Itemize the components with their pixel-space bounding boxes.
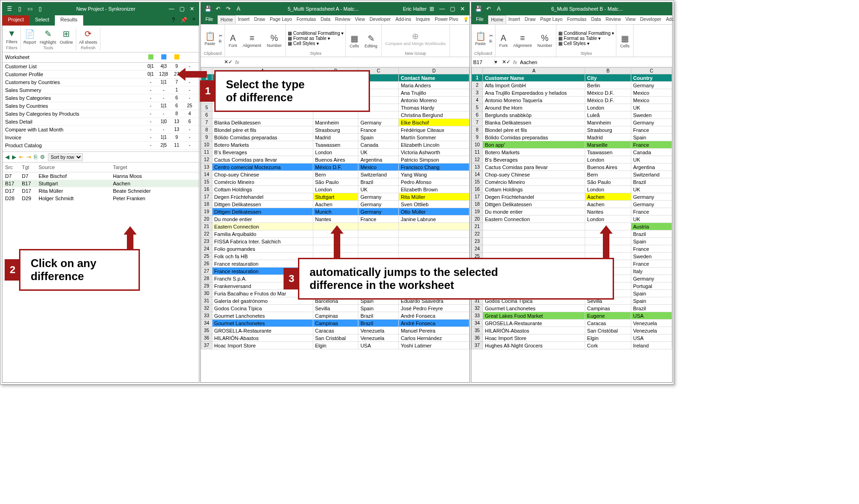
menu-tab[interactable]: Power Pivo xyxy=(432,15,461,24)
layout3-icon[interactable]: ▯ xyxy=(35,4,45,13)
font-button[interactable]: AFont xyxy=(497,33,509,49)
diff-row[interactable]: B17B17StuttgartAachen xyxy=(2,180,199,187)
cells-button[interactable]: ▦Cells xyxy=(618,33,631,49)
worksheet-row[interactable]: Sales by Categories--6- xyxy=(2,94,199,102)
worksheet-row[interactable]: Sales Detail-1|0136 xyxy=(2,118,199,126)
minimize-icon[interactable]: — xyxy=(167,4,176,13)
condfmt-button[interactable]: ▦ Conditional Formatting ▾ xyxy=(558,31,614,36)
menu-tab[interactable]: Developer xyxy=(367,15,393,24)
gear-icon[interactable]: ⚙ xyxy=(40,154,45,160)
dropdown-icon[interactable]: ▾ xyxy=(495,59,497,65)
menu-home[interactable]: Home xyxy=(488,15,506,24)
compare-button[interactable]: ⊕Compare and Merge Workbooks xyxy=(383,30,448,47)
undo-icon[interactable]: ↶ xyxy=(213,4,223,13)
redo-icon[interactable]: ↷ xyxy=(224,4,233,13)
diff-type-col3[interactable] xyxy=(170,54,183,60)
excel-b-titlebar[interactable]: 💾 ↶ A 6_Multi Spreadsheet B - Matc... xyxy=(471,2,672,15)
excel-b-grid[interactable]: ABC1Customer NameCityCountry2Alfa Import… xyxy=(471,67,672,374)
menu-tab[interactable]: Page Layo xyxy=(267,15,294,24)
alignment-button[interactable]: ≡Alignment xyxy=(511,33,534,49)
synk-titlebar[interactable]: ☰ ▯ ▭ ▯ New Project - Synkronizer — ▢ ✕ xyxy=(2,2,199,15)
cancel-icon[interactable]: ✕ xyxy=(224,59,228,65)
close-icon[interactable]: ✕ xyxy=(187,4,197,13)
prev-icon[interactable]: ◀ xyxy=(5,154,9,160)
menu-tab[interactable]: View xyxy=(623,15,638,24)
menu-tab[interactable]: Formulas xyxy=(294,15,318,24)
collapse-icon[interactable]: ^ xyxy=(189,15,198,25)
tab-select[interactable]: Select xyxy=(29,15,55,26)
tab-results[interactable]: Results xyxy=(55,15,83,26)
formula-input[interactable] xyxy=(242,59,469,65)
menu-tab[interactable]: Review xyxy=(603,15,623,24)
diff-row[interactable]: D28D29Holger SchmidtPeter Franken xyxy=(2,195,199,202)
number-button[interactable]: %Number xyxy=(535,33,554,49)
font-icon[interactable]: A xyxy=(494,4,503,13)
name-box[interactable]: B17 xyxy=(471,59,495,65)
diff-row[interactable]: D17D17Rita MüllerBeate Schneider xyxy=(2,187,199,195)
paste-button[interactable]: 📋Paste xyxy=(203,30,217,47)
allsheets-button[interactable]: ⟳All sheets xyxy=(79,29,97,45)
pin-icon[interactable]: 📌 xyxy=(179,15,188,25)
paste-button[interactable]: 📋Paste xyxy=(473,30,488,47)
jump-prev-icon[interactable]: ⇤ xyxy=(19,154,24,160)
worksheet-row[interactable]: Product Catalog-2|511- xyxy=(2,142,199,150)
worksheet-row[interactable]: Customers by Countries-1|17- xyxy=(2,79,199,86)
jump-next-icon[interactable]: ⇥ xyxy=(26,154,31,160)
cells-button[interactable]: ▦Cells xyxy=(348,33,361,49)
highlight-button[interactable]: ✎Highlight xyxy=(40,29,56,45)
menu-tab[interactable]: View xyxy=(353,15,368,24)
copy-icon[interactable]: ⎘ xyxy=(219,39,223,44)
tab-project[interactable]: Project xyxy=(2,15,29,26)
layout-icon[interactable]: ▯ xyxy=(15,4,24,13)
menu-tab[interactable]: Add-ins xyxy=(393,15,414,24)
diff-list[interactable]: D7D7Elke BischofHanna MoosB17B17Stuttgar… xyxy=(2,172,199,202)
diff-row[interactable]: D7D7Elke BischofHanna Moos xyxy=(2,172,199,180)
worksheet-row[interactable]: Invoice-1|19- xyxy=(2,134,199,142)
outline-button[interactable]: ⊞Outline xyxy=(60,29,73,45)
font-icon[interactable]: A xyxy=(234,4,243,13)
menu-tab[interactable]: Data xyxy=(589,15,603,24)
cellstyles-button[interactable]: ▦ Cell Styles ▾ xyxy=(558,41,614,46)
minimize-icon[interactable]: — xyxy=(437,4,447,13)
sort-select[interactable]: Sort by row xyxy=(48,153,83,161)
maximize-icon[interactable]: ▢ xyxy=(177,4,186,13)
cut-icon[interactable]: ✂ xyxy=(219,33,223,38)
menu-tab[interactable]: Data xyxy=(318,15,333,24)
worksheet-list[interactable]: Customer List0|14|39-Customer Profile0|1… xyxy=(2,63,199,150)
worksheet-row[interactable]: Compare with Last Month--13- xyxy=(2,126,199,134)
enter-icon[interactable]: ✓ xyxy=(506,59,510,65)
worksheet-row[interactable]: Customer Profile0|112|8271 xyxy=(2,71,199,79)
menu-tab[interactable]: Inquire xyxy=(414,15,433,24)
formula-input[interactable] xyxy=(520,59,672,65)
condfmt-button[interactable]: ▦ Conditional Formatting ▾ xyxy=(288,31,344,36)
menu-icon[interactable]: ☰ xyxy=(5,4,14,13)
diff-type-col2[interactable] xyxy=(157,54,170,60)
number-button[interactable]: %Number xyxy=(265,33,284,49)
report-button[interactable]: 📄Report xyxy=(24,29,36,45)
alignment-button[interactable]: ≡Alignment xyxy=(241,33,263,49)
worksheet-row[interactable]: Sales by Countries-1|1625 xyxy=(2,102,199,110)
enter-icon[interactable]: ✓ xyxy=(228,59,232,65)
menu-tab[interactable]: Draw xyxy=(252,15,267,24)
maximize-icon[interactable]: ▢ xyxy=(448,4,457,13)
fmttable-button[interactable]: ▦ Format as Table ▾ xyxy=(558,36,614,41)
cellstyles-button[interactable]: ▦ Cell Styles ▾ xyxy=(288,41,344,46)
share-icon[interactable]: ⊞ xyxy=(427,4,436,13)
menu-tab[interactable]: Insert xyxy=(236,15,252,24)
save-icon[interactable]: 💾 xyxy=(474,4,483,13)
menu-tab[interactable]: Insert xyxy=(506,15,522,24)
cut-icon[interactable]: ✂ xyxy=(489,33,493,38)
excel-a-grid[interactable]: ABCD1ryContact Name2Maria Anders3Ana Tru… xyxy=(201,67,469,374)
menu-file[interactable]: File xyxy=(471,15,488,24)
copy-icon[interactable]: ⎘ xyxy=(34,154,37,160)
save-icon[interactable]: 💾 xyxy=(203,4,212,13)
worksheet-row[interactable]: Sales Summery--1- xyxy=(2,86,199,94)
font-button[interactable]: AFont xyxy=(227,33,239,49)
filters-button[interactable]: ▼Filters xyxy=(6,29,18,44)
editing-button[interactable]: ✎Editing xyxy=(363,33,379,49)
worksheet-row[interactable]: Sales by Categories by Products--84 xyxy=(2,110,199,118)
help-icon[interactable]: ? xyxy=(169,15,178,25)
excel-a-titlebar[interactable]: 💾 ↶ ↷ A 5_Multi Spreadsheet A - Matc... … xyxy=(201,2,469,15)
menu-tab[interactable]: Formulas xyxy=(565,15,589,24)
menu-tab[interactable]: Add xyxy=(664,15,674,24)
